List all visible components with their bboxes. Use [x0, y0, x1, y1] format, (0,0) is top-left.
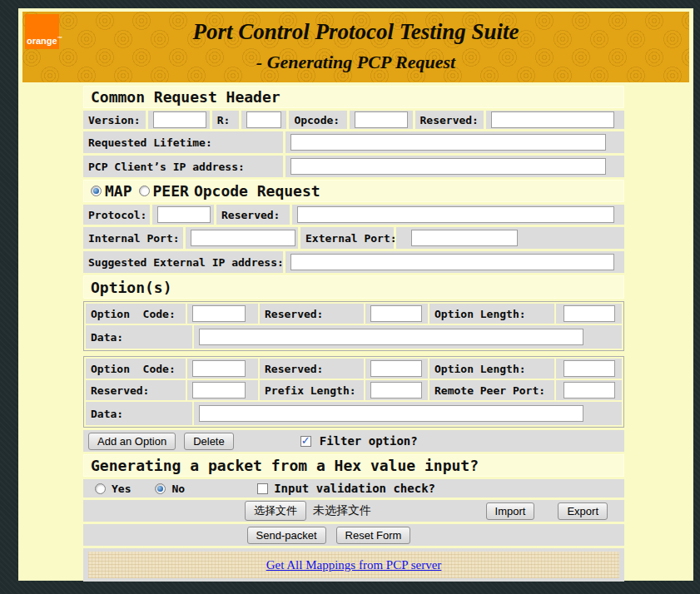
protocol-input[interactable]	[157, 206, 211, 223]
map-reserved-input-cell	[292, 205, 624, 225]
filter-option-label[interactable]: Filter option?	[320, 434, 418, 448]
option1-length-input[interactable]	[563, 305, 615, 322]
option1-reserved-label-cell: Reserved:	[260, 304, 364, 324]
option2-remote-peer-port-label-cell: Remote Peer Port:	[429, 380, 554, 400]
option-block-1: Option Code: Reserved: Option Length: Da…	[83, 301, 624, 351]
requested-lifetime-input-cell	[285, 131, 624, 153]
client-ip-label-cell: PCP Client’s IP address:	[83, 156, 283, 177]
requested-lifetime-label-cell: Requested Lifetime:	[83, 131, 283, 153]
option1-code-input[interactable]	[192, 305, 246, 322]
option2-code-input-cell	[187, 359, 258, 379]
r-input-cell	[241, 111, 286, 129]
r-input[interactable]	[246, 111, 281, 128]
remote-peer-port-label: Remote Peer Port:	[434, 384, 545, 397]
external-port-input[interactable]	[411, 230, 518, 246]
hex-choice-row: Yes No Input validation check?	[83, 479, 624, 497]
version-input-cell	[148, 111, 210, 129]
option1-length-label-cell: Option Length:	[429, 304, 554, 324]
section-title: Option(s)	[91, 279, 172, 296]
filter-option-checkbox[interactable]	[300, 436, 311, 447]
map-reserved-input[interactable]	[297, 206, 614, 223]
protocol-label-cell: Protocol:	[83, 205, 150, 225]
trademark-symbol: ™	[57, 36, 62, 41]
option1-reserved-input[interactable]	[370, 305, 422, 322]
reset-form-button[interactable]: Reset Form	[336, 527, 411, 544]
option2-reserved-label-cell: Reserved:	[260, 359, 364, 379]
hex-yes-label[interactable]: Yes	[112, 483, 131, 495]
version-label: Version:	[88, 114, 141, 126]
suggested-ip-label-cell: Suggested External IP address:	[83, 251, 283, 273]
option1-data-input-cell	[194, 325, 622, 349]
opcode-label: Opcode:	[294, 114, 340, 126]
internal-port-input-cell	[186, 227, 298, 249]
section-title: Common Request Header	[91, 88, 280, 106]
option2-code-input[interactable]	[192, 360, 246, 377]
option2-length-input[interactable]	[563, 360, 615, 377]
map-reserved-label-cell: Reserved:	[216, 205, 290, 225]
reserved-input[interactable]	[491, 111, 614, 128]
send-packet-button[interactable]: Send-packet	[247, 527, 326, 544]
option-actions-row: Add an Option Delete Filter option?	[83, 430, 624, 452]
section-opcode-request: MAP PEER Opcode Request	[83, 180, 624, 202]
option2-reserved2-input[interactable]	[192, 382, 246, 398]
prefix-length-label: Prefix Length:	[265, 384, 356, 397]
hex-yes-radio[interactable]	[95, 483, 106, 494]
delete-option-button[interactable]: Delete	[184, 433, 234, 450]
page-subtitle: - Generating PCP Request	[22, 45, 689, 73]
option-length-label: Option Length:	[434, 308, 526, 320]
option2-reserved-input-cell	[365, 359, 428, 379]
export-button[interactable]: Export	[558, 502, 608, 520]
option1-data-label-cell: Data:	[86, 325, 192, 349]
option-data-label: Data:	[91, 408, 123, 420]
internal-port-input[interactable]	[191, 230, 295, 246]
page-title: Port Control Protocol Testing Suite	[22, 12, 689, 45]
option2-prefix-label-cell: Prefix Length:	[260, 380, 364, 400]
choose-file-button[interactable]: 选择文件	[245, 501, 306, 521]
option-data-label: Data:	[91, 331, 123, 344]
hex-no-radio[interactable]	[155, 483, 166, 494]
get-all-mappings-link[interactable]: Get All Mappings from PCP server	[266, 558, 442, 572]
requested-lifetime-input[interactable]	[290, 134, 606, 151]
map-radio-label[interactable]: MAP	[105, 182, 132, 200]
option2-reserved-input[interactable]	[370, 360, 422, 377]
map-reserved-label: Reserved:	[221, 209, 280, 221]
add-option-button[interactable]: Add an Option	[88, 433, 176, 450]
footer-row: Get All Mappings from PCP server	[83, 548, 624, 582]
option1-code-input-cell	[187, 304, 258, 324]
client-ip-input-cell	[285, 156, 624, 177]
option1-data-input[interactable]	[199, 329, 583, 345]
protocol-label: Protocol:	[88, 209, 146, 221]
option2-prefix-input[interactable]	[370, 382, 422, 398]
peer-radio[interactable]	[139, 186, 150, 196]
internal-port-label: Internal Port:	[88, 232, 180, 245]
hex-no-label[interactable]: No	[171, 483, 185, 495]
option1-code-label-cell: Option Code:	[86, 304, 186, 324]
suggested-ip-input[interactable]	[290, 254, 614, 270]
map-radio[interactable]	[91, 186, 102, 196]
section-title: Generating a packet from a Hex value inp…	[91, 457, 479, 474]
pcp-request-form: Common Request Header Version: R: Opcode…	[83, 86, 624, 582]
option2-remote-peer-port-input[interactable]	[563, 382, 615, 398]
page-header-band: orange™ Port Control Protocol Testing Su…	[22, 12, 689, 82]
opcode-input[interactable]	[355, 111, 408, 128]
opcode-request-suffix: Opcode Request	[194, 182, 320, 200]
client-ip-label: PCP Client’s IP address:	[88, 161, 245, 173]
external-port-label-cell: External Port:	[300, 227, 394, 249]
reserved-label: Reserved:	[420, 114, 479, 126]
section-common-request-header: Common Request Header	[83, 86, 624, 108]
opcode-input-cell	[350, 111, 413, 129]
requested-lifetime-label: Requested Lifetime:	[88, 136, 212, 149]
option-code-label: Option Code:	[91, 308, 176, 320]
client-ip-input[interactable]	[290, 158, 606, 175]
section-options: Option(s)	[83, 275, 624, 299]
version-input[interactable]	[153, 111, 206, 128]
option2-reserved2-label-cell: Reserved:	[86, 380, 186, 400]
peer-radio-label[interactable]: PEER	[153, 182, 189, 200]
input-validation-checkbox[interactable]	[257, 483, 268, 494]
option2-data-input[interactable]	[199, 405, 583, 422]
option2-data-label-cell: Data:	[86, 402, 192, 425]
import-button[interactable]: Import	[486, 502, 535, 520]
option-code-label: Option Code:	[91, 363, 176, 375]
file-row: 选择文件 未选择文件 Import Export	[83, 500, 624, 522]
input-validation-label[interactable]: Input validation check?	[274, 482, 435, 495]
